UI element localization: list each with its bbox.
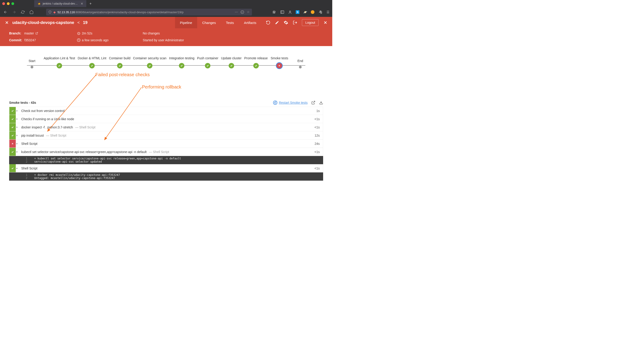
browser-tab[interactable]: 🧔 jenkins / udacity-cloud-devops ✕ — [34, 0, 87, 7]
stage-label: Push container — [197, 52, 218, 60]
stage-node-dot[interactable] — [31, 66, 33, 69]
close-run-icon[interactable] — [4, 20, 9, 25]
settings-icon[interactable] — [284, 20, 288, 25]
edit-icon[interactable] — [275, 20, 279, 25]
step-duration: <1s — [311, 150, 323, 154]
step-row[interactable]: Shell Script24s — [9, 140, 323, 148]
bookmark-icon[interactable]: ☆ — [247, 10, 250, 14]
step-duration: 24s — [311, 142, 323, 146]
new-tab-button[interactable]: + — [87, 1, 94, 6]
completed: a few seconds ago — [77, 38, 109, 42]
forward-button[interactable] — [11, 9, 17, 15]
site-info-icon[interactable]: ◆ — [53, 10, 56, 14]
tab-close-icon[interactable]: ✕ — [80, 2, 83, 5]
branch-value[interactable]: master — [24, 31, 38, 35]
stage-smoke-tests[interactable]: Smoke tests — [270, 52, 288, 69]
jenkins-blue-ocean-header: udacity-cloud-devops-capstone < 19 Pipel… — [0, 17, 332, 46]
changes-summary: No changes — [143, 31, 184, 35]
svg-line-10 — [104, 87, 142, 140]
stage-integration-testing[interactable]: Integration testing — [169, 52, 194, 69]
library-icon[interactable] — [272, 10, 277, 14]
stage-push-container[interactable]: Push container — [197, 52, 218, 69]
back-button[interactable] — [2, 9, 9, 15]
arrow-2 — [100, 86, 146, 143]
window-min-dot[interactable] — [7, 2, 9, 5]
restart-stage-link[interactable]: Restart Smoke tests — [273, 100, 308, 105]
chevron-right-icon[interactable] — [16, 126, 21, 128]
stage-end[interactable]: End — [291, 55, 310, 69]
more-icon[interactable]: ⋯ — [235, 10, 238, 14]
arrow-1 — [43, 74, 98, 133]
logout-button[interactable]: Logout — [302, 19, 318, 26]
jenkins-favicon: 🧔 — [37, 2, 41, 5]
step-duration: 1s — [313, 109, 323, 113]
branch-label: Branch: — [9, 31, 22, 35]
home-button[interactable] — [28, 9, 35, 15]
url-text: 52.13.35.116:8080/blue/organizations/jen… — [58, 10, 183, 14]
stage-node-pass[interactable] — [57, 63, 62, 69]
ext-icon-s[interactable]: S — [296, 10, 299, 14]
url-bar[interactable]: ◆ 52.13.35.116:8080/blue/organizations/j… — [46, 9, 252, 15]
annotation-2: Performing rollback — [142, 84, 181, 90]
browser-chrome: 🧔 jenkins / udacity-cloud-devops ✕ + ◆ 5… — [0, 0, 332, 17]
step-row[interactable]: kubectl set selector service/capstone-ap… — [9, 148, 323, 156]
close-icon[interactable] — [323, 20, 328, 25]
breadcrumb-separator: < — [77, 20, 80, 25]
check-icon — [9, 107, 16, 115]
tab-changes[interactable]: Changes — [197, 17, 221, 28]
account-icon[interactable] — [288, 10, 292, 14]
reader-icon[interactable] — [240, 10, 244, 14]
ext-icon-3[interactable] — [311, 10, 314, 14]
stage-update-cluster[interactable]: Update cluster — [221, 52, 241, 69]
stage-node-pass[interactable] — [89, 63, 95, 69]
stage-node-pass[interactable] — [205, 63, 210, 69]
stage-node-fail[interactable] — [277, 63, 282, 69]
svg-line-9 — [47, 75, 96, 131]
chevron-down-icon[interactable] — [16, 151, 21, 153]
svg-rect-3 — [275, 11, 275, 13]
tab-tests[interactable]: Tests — [221, 17, 239, 28]
steps-title: Smoke tests - 43s — [9, 101, 36, 104]
stage-label: End — [297, 55, 303, 63]
stage-node-pass[interactable] — [229, 63, 234, 69]
stage-node-dot[interactable] — [299, 66, 302, 69]
stage-docker-html-lint[interactable]: Docker & HTML Lint — [78, 52, 106, 69]
menu-icon[interactable]: ☰ — [326, 10, 330, 14]
annotations-overlay: Failed post-release checks Performing ro… — [0, 71, 332, 100]
stage-node-pass[interactable] — [179, 63, 184, 69]
stage-label: Application Lint & Test — [44, 52, 75, 60]
stage-label: Smoke tests — [271, 52, 288, 60]
stage-label: Container build — [109, 52, 130, 60]
chevron-down-icon[interactable] — [16, 167, 21, 169]
exit-icon[interactable] — [293, 20, 297, 25]
window-max-dot[interactable] — [11, 2, 14, 5]
stage-node-pass[interactable] — [147, 63, 153, 69]
chevron-right-icon[interactable] — [16, 110, 21, 112]
stage-container-security-scan[interactable]: Container security scan — [133, 52, 166, 69]
stage-node-pass[interactable] — [117, 63, 123, 69]
stage-node-pass[interactable] — [253, 63, 259, 69]
annotation-1: Failed post-release checks — [95, 72, 150, 77]
chevron-right-icon[interactable] — [16, 134, 21, 137]
download-icon[interactable] — [319, 101, 323, 105]
step-row[interactable]: Shell Script<1s — [9, 164, 323, 172]
tab-artifacts[interactable]: Artifacts — [239, 17, 261, 28]
ext-icon-2[interactable]: 🪐 — [303, 10, 307, 14]
chevron-right-icon[interactable] — [16, 118, 21, 120]
open-external-icon[interactable] — [311, 101, 315, 105]
chevron-right-icon[interactable] — [16, 143, 21, 145]
step-title: pip install locust— Shell Script — [21, 134, 311, 137]
duration: 2m 52s — [77, 31, 109, 35]
ext-icon-4[interactable]: 🦓 — [318, 10, 322, 14]
stage-label: Start — [28, 55, 35, 63]
sidebar-icon[interactable] — [280, 10, 284, 14]
stage-application-lint-test[interactable]: Application Lint & Test — [44, 52, 75, 69]
rerun-icon[interactable] — [266, 20, 270, 25]
stage-start[interactable]: Start — [23, 55, 41, 69]
window-close-dot[interactable] — [2, 2, 5, 5]
reload-button[interactable] — [20, 9, 26, 15]
step-title: kubectl set selector service/capstone-ap… — [21, 150, 311, 154]
stage-promote-release[interactable]: Promote release — [244, 52, 268, 69]
stage-container-build[interactable]: Container build — [109, 52, 130, 69]
tab-pipeline[interactable]: Pipeline — [175, 17, 197, 28]
